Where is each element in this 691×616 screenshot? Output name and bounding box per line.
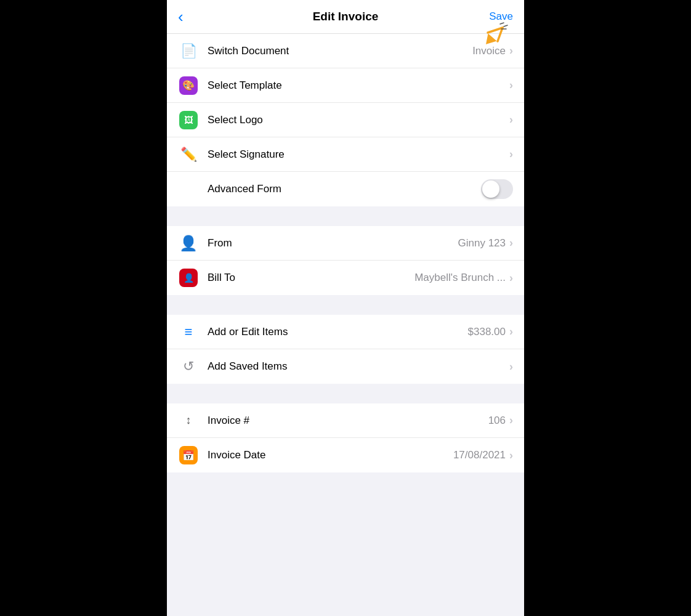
add-saved-items-row[interactable]: ↺ Add Saved Items › (167, 349, 524, 384)
section-gap-1 (167, 206, 524, 226)
select-signature-label: Select Signature (208, 148, 509, 161)
invoice-number-row[interactable]: ↕ Invoice # 106 › (167, 403, 524, 438)
bill-to-label: Bill To (208, 272, 414, 284)
invoice-date-label: Invoice Date (208, 449, 453, 461)
section-gap-3 (167, 384, 524, 403)
bill-to-value: Maybell's Brunch ... (414, 272, 506, 284)
select-logo-label: Select Logo (208, 114, 509, 126)
select-logo-row[interactable]: 🖼 Select Logo › (167, 103, 524, 137)
advanced-form-label: Advanced Form (208, 183, 481, 195)
select-template-row[interactable]: 🎨 Select Template › (167, 68, 524, 103)
advanced-form-spacer (178, 179, 199, 200)
person-icon: 👤 (178, 233, 199, 254)
from-chevron: › (509, 237, 513, 249)
switch-document-row[interactable]: 📄 Switch Document Invoice › (167, 34, 524, 68)
add-edit-items-label: Add or Edit Items (208, 326, 468, 338)
invoice-date-value: 17/08/2021 (453, 449, 506, 461)
switch-document-chevron: › (509, 44, 513, 57)
switch-document-value: Invoice (472, 45, 506, 57)
switch-document-label: Switch Document (208, 45, 472, 57)
advanced-form-toggle[interactable] (481, 179, 513, 199)
palette-icon: 🎨 (178, 75, 199, 96)
phone-container: ‹ Edit Invoice Save 📄 Switch Document In (167, 0, 524, 616)
add-edit-items-row[interactable]: ≡ Add or Edit Items $338.00 › (167, 315, 524, 349)
select-logo-chevron: › (509, 113, 513, 126)
page-title: Edit Invoice (313, 10, 379, 23)
invoice-date-row[interactable]: 📅 Invoice Date 17/08/2021 › (167, 438, 524, 472)
add-saved-items-label: Add Saved Items (208, 360, 509, 373)
invoice-number-label: Invoice # (208, 415, 488, 427)
advanced-form-row[interactable]: Advanced Form (167, 172, 524, 206)
document-icon: 📄 (178, 41, 199, 62)
add-edit-items-chevron: › (509, 325, 513, 338)
calendar-icon: 📅 (178, 445, 199, 466)
svg-line-3 (500, 23, 504, 24)
back-button[interactable]: ‹ (178, 9, 184, 25)
select-template-label: Select Template (208, 79, 509, 92)
save-button[interactable]: Save (489, 10, 513, 22)
svg-line-4 (504, 25, 507, 26)
bill-to-row[interactable]: 👤 Bill To Maybell's Brunch ... › (167, 261, 524, 295)
from-label: From (208, 237, 458, 249)
contact-red-icon: 👤 (178, 267, 199, 288)
section-invoice-info: ↕ Invoice # 106 › 📅 Invoice Date 17/08/2… (167, 403, 524, 472)
image-icon: 🖼 (178, 110, 199, 131)
save-area: Save (489, 10, 513, 23)
add-saved-items-chevron: › (509, 360, 513, 373)
invoice-date-chevron: › (509, 449, 513, 462)
invoice-number-value: 106 (488, 415, 506, 427)
select-signature-chevron: › (509, 148, 513, 161)
toggle-thumb (482, 180, 499, 198)
section-document-settings: 📄 Switch Document Invoice › 🎨 Select Tem… (167, 34, 524, 206)
add-edit-items-value: $338.00 (468, 326, 506, 338)
section-parties: 👤 From Ginny 123 › 👤 Bill To Maybell's B… (167, 226, 524, 295)
select-signature-row[interactable]: ✏️ Select Signature › (167, 137, 524, 172)
from-value: Ginny 123 (458, 237, 506, 249)
sort-icon: ↕ (178, 410, 199, 431)
list-icon: ≡ (178, 322, 199, 342)
select-template-chevron: › (509, 79, 513, 92)
section-items: ≡ Add or Edit Items $338.00 › ↺ Add Save… (167, 315, 524, 384)
invoice-number-chevron: › (509, 414, 513, 427)
from-row[interactable]: 👤 From Ginny 123 › (167, 226, 524, 261)
header: ‹ Edit Invoice Save (167, 0, 524, 34)
section-gap-2 (167, 295, 524, 315)
svg-line-2 (488, 28, 503, 33)
pencil-icon: ✏️ (178, 144, 199, 165)
history-icon: ↺ (178, 356, 199, 377)
bill-to-chevron: › (509, 272, 513, 285)
